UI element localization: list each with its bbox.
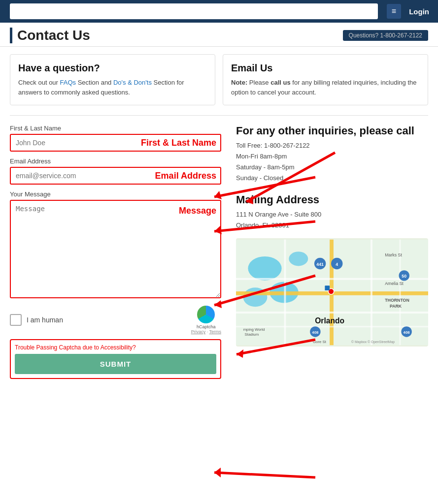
email-card: Email Us Note: Please call us for any bi…	[223, 54, 428, 105]
have-question-card: Have a question? Check out our FAQs Sect…	[10, 54, 215, 105]
header: ≡ Login	[0, 0, 438, 23]
svg-rect-11	[371, 239, 372, 345]
message-textarea[interactable]	[10, 200, 221, 298]
svg-text:THORNTON: THORNTON	[385, 298, 409, 303]
email-input[interactable]	[10, 167, 221, 185]
map-svg: 441 4 50 408 408 Marks St Amelia St THOR…	[236, 238, 428, 346]
name-input[interactable]	[10, 134, 221, 152]
captcha-terms-link[interactable]: Terms	[209, 329, 222, 334]
two-col-layout: First & Last Name First & Last Name Emai…	[10, 125, 428, 379]
captcha-area: I am human hCaptcha Privacy · Terms	[10, 306, 221, 334]
svg-rect-10	[284, 239, 286, 345]
svg-line-44	[214, 472, 315, 477]
donts-link[interactable]: Do's & Don'ts	[113, 79, 152, 86]
name-group: First & Last Name First & Last Name	[10, 125, 221, 152]
svg-text:441: 441	[316, 262, 324, 267]
message-textarea-wrapper: Message	[10, 200, 221, 300]
address-line1: 111 N Orange Ave - Suite 800	[236, 211, 321, 218]
have-question-title: Have a question?	[18, 63, 207, 74]
mailing-address: 111 N Orange Ave - Suite 800 Orlando, FL…	[236, 209, 428, 231]
page-title-bar: Contact Us Questions? 1-800-267-2122	[0, 23, 438, 47]
have-question-body: Check out our FAQs Section and Do's & Do…	[18, 78, 207, 97]
svg-rect-33	[325, 285, 330, 290]
mailing-section: Mailing Address 111 N Orange Ave - Suite…	[236, 193, 428, 231]
page-title: Contact Us	[10, 28, 90, 43]
captcha-privacy-link[interactable]: Privacy	[191, 329, 206, 334]
email-input-wrapper: Email Address	[10, 167, 221, 185]
call-section: For any other inquiries, please call Tol…	[236, 125, 428, 184]
login-button[interactable]: Login	[405, 7, 433, 16]
captcha-logo: hCaptcha Privacy · Terms	[191, 306, 221, 334]
menu-button[interactable]: ≡	[387, 4, 401, 19]
svg-text:PARK: PARK	[390, 304, 402, 309]
contact-form: First & Last Name First & Last Name Emai…	[10, 125, 221, 379]
main-content: Have a question? Check out our FAQs Sect…	[0, 47, 438, 386]
email-group: Email Address Email Address	[10, 158, 221, 185]
svg-text:408: 408	[312, 330, 319, 334]
email-card-body: Note: Please call us for any billing rel…	[231, 78, 420, 97]
svg-text:Gore St: Gore St	[313, 340, 327, 344]
svg-text:© Mapbox © OpenStreetMap: © Mapbox © OpenStreetMap	[351, 340, 395, 344]
email-card-title: Email Us	[231, 63, 420, 74]
svg-text:Amelia St: Amelia St	[385, 281, 404, 286]
call-section-hours: Toll Free: 1-800-267-2122 Mon-Fri 8am-8p…	[236, 140, 428, 184]
svg-text:Marks St: Marks St	[385, 252, 402, 257]
captcha-label: I am human	[27, 316, 186, 324]
message-group: Your Message Message	[10, 190, 221, 300]
hours1: Mon-Fri 8am-8pm	[236, 153, 287, 160]
hours3: Sunday - Closed	[236, 174, 283, 182]
svg-point-2	[289, 252, 308, 266]
breadcrumb: Questions? 1-800-267-2122	[343, 30, 428, 41]
search-bar[interactable]	[10, 3, 378, 19]
svg-point-3	[243, 287, 268, 307]
email-label: Email Address	[10, 158, 221, 165]
name-input-wrapper: First & Last Name	[10, 134, 221, 152]
toll-free: Toll Free: 1-800-267-2122	[236, 142, 310, 149]
address-line2: Orlando, FL 32801	[236, 221, 289, 229]
svg-text:4: 4	[336, 262, 338, 267]
submit-button[interactable]: SUBMIT	[15, 354, 216, 374]
captcha-logo-circle	[197, 306, 215, 323]
mailing-title: Mailing Address	[236, 193, 428, 206]
svg-text:Orlando: Orlando	[315, 316, 344, 325]
captcha-checkbox[interactable]	[10, 314, 22, 326]
name-label: First & Last Name	[10, 125, 221, 132]
divider	[10, 115, 428, 116]
message-label: Your Message	[10, 190, 221, 198]
map-container: 441 4 50 408 408 Marks St Amelia St THOR…	[236, 238, 428, 346]
svg-text:50: 50	[402, 273, 406, 278]
svg-text:Stadium: Stadium	[245, 332, 259, 336]
info-cards: Have a question? Check out our FAQs Sect…	[10, 54, 428, 105]
svg-text:mping World: mping World	[243, 327, 265, 332]
faqs-link[interactable]: FAQs	[60, 79, 76, 86]
captcha-privacy-terms: Privacy · Terms	[191, 329, 221, 334]
svg-marker-45	[214, 468, 221, 477]
captcha-brand: hCaptcha	[197, 324, 216, 329]
call-section-title: For any other inquiries, please call	[236, 125, 428, 137]
svg-point-1	[248, 256, 281, 280]
svg-text:408: 408	[404, 330, 410, 334]
right-col: For any other inquiries, please call Tol…	[236, 125, 428, 346]
submit-area: Trouble Passing Captcha due to Accessibi…	[10, 339, 221, 379]
trouble-link[interactable]: Trouble Passing Captcha due to Accessibi…	[15, 344, 216, 351]
hours2: Saturday - 8am-5pm	[236, 163, 295, 171]
